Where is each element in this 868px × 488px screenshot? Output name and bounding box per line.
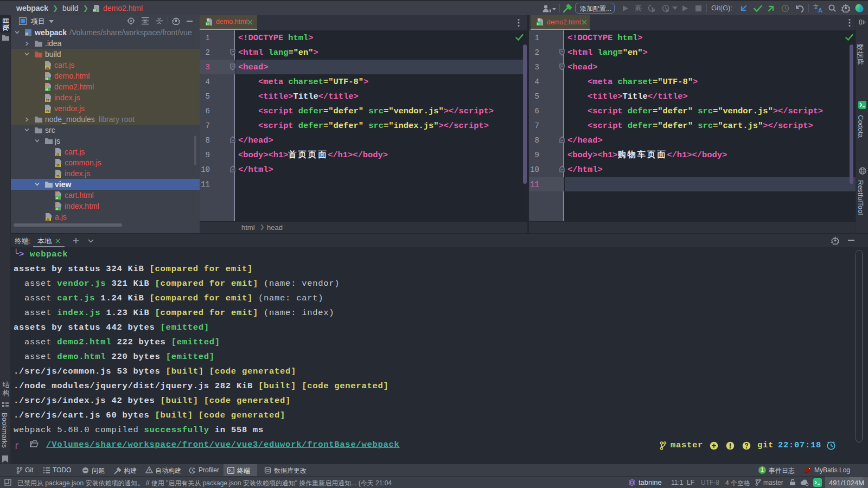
- svg-text:JS: JS: [56, 153, 60, 156]
- svg-text:H: H: [206, 22, 208, 25]
- svg-text:H: H: [46, 77, 48, 80]
- svg-text:JS: JS: [56, 175, 60, 178]
- svg-text:H: H: [56, 207, 58, 210]
- svg-text:JS: JS: [46, 218, 50, 221]
- svg-text:JS: JS: [46, 110, 49, 113]
- svg-text:H: H: [46, 88, 48, 91]
- svg-text:H: H: [537, 22, 539, 25]
- svg-text:JS: JS: [46, 99, 49, 102]
- svg-text:JS: JS: [56, 164, 60, 167]
- svg-text:H: H: [56, 196, 58, 200]
- svg-text:JS: JS: [46, 66, 49, 69]
- svg-text:A: A: [818, 7, 822, 13]
- svg-text:H: H: [93, 9, 95, 12]
